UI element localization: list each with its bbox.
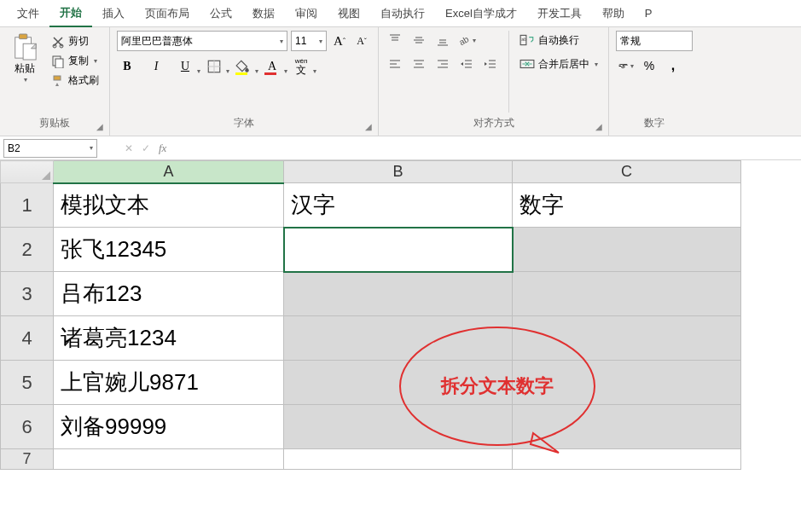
menu-p[interactable]: P [635, 2, 663, 25]
enter-formula-button[interactable]: ✓ [142, 142, 150, 154]
col-header-b[interactable]: B [284, 161, 513, 183]
name-box[interactable]: B2▾ [3, 139, 97, 158]
row-header-3[interactable]: 3 [1, 272, 54, 316]
cell-c1[interactable]: 数字 [513, 183, 741, 228]
merge-center-button[interactable]: 合并后居中 ▾ [516, 55, 601, 73]
menu-developer[interactable]: 开发工具 [527, 1, 592, 26]
ribbon: 粘贴 ▾ 剪切 复制 ▾ 格式刷 剪贴板 ◢ [0, 27, 801, 136]
bold-button[interactable]: B [117, 56, 137, 77]
group-clipboard-label: 剪贴板 [7, 113, 102, 136]
align-middle-button[interactable] [409, 31, 428, 49]
cell-b6[interactable] [284, 405, 513, 449]
insert-function-button[interactable]: fx [159, 142, 166, 155]
menu-bar: 文件 开始 插入 页面布局 公式 数据 审阅 视图 自动执行 Excel自学成才… [0, 0, 801, 27]
cell-c3[interactable] [513, 272, 741, 316]
align-left-icon [388, 57, 402, 71]
decrease-font-button[interactable]: Aˇ [352, 32, 371, 50]
fill-color-button[interactable]: ▾ [233, 56, 253, 77]
col-header-c[interactable]: C [513, 161, 741, 183]
italic-button[interactable]: I [146, 56, 166, 77]
decrease-indent-button[interactable] [457, 55, 476, 73]
cell-a7[interactable] [54, 449, 284, 470]
underline-label: U [181, 60, 189, 73]
cell-c4[interactable] [513, 316, 741, 361]
orientation-button[interactable]: ab▾ [457, 31, 476, 49]
font-name-select[interactable]: 阿里巴巴普惠体▾ [117, 31, 287, 51]
format-painter-button[interactable]: 格式刷 [48, 72, 102, 90]
menu-page-layout[interactable]: 页面布局 [135, 1, 200, 26]
group-alignment-label: 对齐方式 [386, 113, 601, 136]
cell-b4[interactable] [284, 316, 513, 361]
cell-b5[interactable] [284, 361, 513, 405]
menu-insert[interactable]: 插入 [92, 1, 135, 26]
name-box-value: B2 [8, 142, 20, 154]
col-header-a[interactable]: A [54, 161, 284, 183]
cell-b2[interactable] [284, 228, 513, 272]
percent-button[interactable]: % [640, 56, 659, 75]
copy-button[interactable]: 复制 ▾ [48, 52, 102, 70]
chevron-down-icon: ▾ [226, 67, 229, 75]
align-bottom-icon [436, 33, 450, 47]
align-right-button[interactable] [433, 55, 452, 73]
cell-b3[interactable] [284, 272, 513, 316]
menu-home[interactable]: 开始 [49, 0, 92, 27]
cell-c6[interactable] [513, 405, 741, 449]
row-header-1[interactable]: 1 [1, 183, 54, 228]
row-header-7[interactable]: 7 [1, 449, 54, 470]
clipboard-launcher-icon[interactable]: ◢ [94, 120, 106, 132]
cell-a6[interactable]: 刘备99999 [54, 405, 284, 449]
cell-c2[interactable] [513, 228, 741, 272]
menu-help[interactable]: 帮助 [592, 1, 635, 26]
cell-b1[interactable]: 汉字 [284, 183, 513, 228]
row-header-5[interactable]: 5 [1, 361, 54, 405]
cell-a3[interactable]: 吕布123 [54, 272, 284, 316]
cell-a2[interactable]: 张飞12345 [54, 228, 284, 272]
cell-a1[interactable]: 模拟文本 [54, 183, 284, 228]
phonetic-button[interactable]: wén文▾ [291, 56, 311, 77]
chevron-down-icon: ▾ [280, 38, 283, 45]
currency-button[interactable]: 🖙▾ [616, 56, 635, 75]
select-all-corner[interactable] [1, 161, 54, 183]
paste-button[interactable]: 粘贴 ▾ [7, 31, 43, 113]
cut-button[interactable]: 剪切 [48, 32, 102, 50]
copy-dropdown-icon[interactable]: ▾ [94, 57, 97, 65]
cell-c7[interactable] [513, 449, 741, 470]
paste-dropdown-icon[interactable]: ▾ [24, 76, 27, 84]
wrap-text-button[interactable]: ab 自动换行 [516, 31, 601, 49]
comma-button[interactable]: , [664, 56, 682, 75]
cut-icon [51, 35, 65, 49]
menu-automate[interactable]: 自动执行 [370, 1, 435, 26]
increase-font-button[interactable]: Aˆ [330, 32, 349, 50]
align-left-button[interactable] [386, 55, 404, 73]
row-header-2[interactable]: 2 [1, 228, 54, 272]
menu-excel-self[interactable]: Excel自学成才 [435, 1, 527, 26]
align-center-icon [412, 57, 426, 71]
font-launcher-icon[interactable]: ◢ [363, 120, 374, 132]
align-top-button[interactable] [386, 31, 404, 49]
menu-view[interactable]: 视图 [328, 1, 370, 26]
align-bottom-button[interactable] [433, 31, 452, 49]
worksheet-grid[interactable]: A B C 1 模拟文本 汉字 数字 2 张飞12345 3 吕布123 4 诸… [0, 160, 801, 470]
cell-a5[interactable]: 上官婉儿9871 [54, 361, 284, 405]
cancel-formula-button[interactable]: ✕ [125, 142, 133, 154]
cell-c5[interactable] [513, 361, 741, 405]
underline-button[interactable]: U▾ [175, 56, 195, 77]
menu-data[interactable]: 数据 [242, 1, 285, 26]
number-format-select[interactable]: 常规 [616, 31, 693, 51]
menu-file[interactable]: 文件 [7, 1, 49, 26]
cell-a4[interactable]: 诸葛亮1234 [54, 316, 284, 361]
alignment-launcher-icon[interactable]: ◢ [593, 120, 605, 132]
row-header-4[interactable]: 4 [1, 316, 54, 361]
increase-indent-button[interactable] [481, 55, 500, 73]
menu-formulas[interactable]: 公式 [200, 1, 242, 26]
font-color-button[interactable]: A▾ [262, 56, 282, 77]
cell-b7[interactable] [284, 449, 513, 470]
wrap-text-label: 自动换行 [538, 33, 579, 48]
svg-rect-7 [54, 76, 61, 80]
row-header-6[interactable]: 6 [1, 405, 54, 449]
align-center-button[interactable] [409, 55, 428, 73]
font-size-select[interactable]: 11▾ [291, 31, 327, 51]
border-button[interactable]: ▾ [204, 56, 224, 77]
menu-review[interactable]: 审阅 [285, 1, 328, 26]
formula-input[interactable] [173, 139, 801, 158]
